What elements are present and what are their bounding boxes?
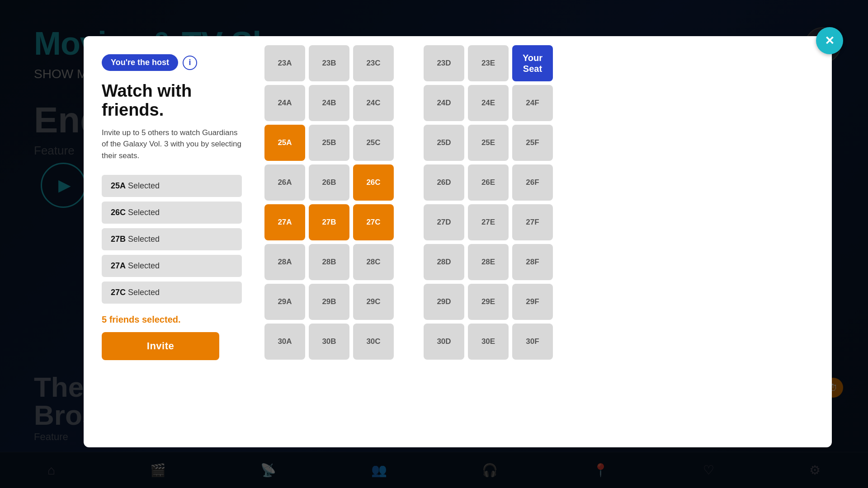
seat-group-right-25: 25D 25E 25F	[424, 125, 553, 161]
seat-27A[interactable]: 27A	[264, 204, 305, 240]
seat-29B[interactable]: 29B	[309, 284, 349, 320]
seat-29D[interactable]: 29D	[424, 284, 464, 320]
seat-group-left-28: 28A 28B 28C	[264, 244, 394, 280]
seat-23D[interactable]: 23D	[424, 45, 464, 81]
seat-30C[interactable]: 30C	[353, 324, 394, 360]
seat-24F[interactable]: 24F	[512, 85, 553, 121]
seat-24D[interactable]: 24D	[424, 85, 464, 121]
seat-25F[interactable]: 25F	[512, 125, 553, 161]
seat-28E[interactable]: 28E	[468, 244, 509, 280]
seat-30D[interactable]: 30D	[424, 324, 464, 360]
seat-row-23: 23A 23B 23C 23D 23E YourSeat	[264, 45, 818, 81]
list-item: 26C Selected	[102, 202, 242, 224]
seat-28B[interactable]: 28B	[309, 244, 349, 280]
seat-group-left-27: 27A 27B 27C	[264, 204, 394, 240]
seat-group-right-27: 27D 27E 27F	[424, 204, 553, 240]
seat-group-right-29: 29D 29E 29F	[424, 284, 553, 320]
seat-row-25: 25A 25B 25C 25D 25E 25F	[264, 125, 818, 161]
seat-28C[interactable]: 28C	[353, 244, 394, 280]
seat-row-27: 27A 27B 27C 27D 27E 27F	[264, 204, 818, 240]
host-badge-container: You're the host i	[102, 54, 242, 71]
seat-25E[interactable]: 25E	[468, 125, 509, 161]
seat-row-29: 29A 29B 29C 29D 29E 29F	[264, 284, 818, 320]
list-item: 27A Selected	[102, 255, 242, 277]
watch-party-modal: You're the host i Watch with friends. In…	[84, 36, 832, 447]
seat-28A[interactable]: 28A	[264, 244, 305, 280]
watch-title: Watch with friends.	[102, 82, 242, 120]
seat-group-left-26: 26A 26B 26C	[264, 164, 394, 201]
seat-group-left-29: 29A 29B 29C	[264, 284, 394, 320]
list-item: 27B Selected	[102, 228, 242, 250]
seat-27D[interactable]: 27D	[424, 204, 464, 240]
seat-29C[interactable]: 29C	[353, 284, 394, 320]
seat-25C[interactable]: 25C	[353, 125, 394, 161]
list-item: 25A Selected	[102, 175, 242, 197]
seat-grid: 23A 23B 23C 23D 23E YourSeat 24A 24B 24C	[264, 45, 818, 360]
seat-28F[interactable]: 28F	[512, 244, 553, 280]
seat-24B[interactable]: 24B	[309, 85, 349, 121]
seat-23E[interactable]: 23E	[468, 45, 509, 81]
seat-24A[interactable]: 24A	[264, 85, 305, 121]
seat-group-right-28: 28D 28E 28F	[424, 244, 553, 280]
seat-25A[interactable]: 25A	[264, 125, 305, 161]
seat-row-30: 30A 30B 30C 30D 30E 30F	[264, 324, 818, 360]
seat-29A[interactable]: 29A	[264, 284, 305, 320]
seat-25B[interactable]: 25B	[309, 125, 349, 161]
seat-30B[interactable]: 30B	[309, 324, 349, 360]
seat-row-24: 24A 24B 24C 24D 24E 24F	[264, 85, 818, 121]
seat-28D[interactable]: 28D	[424, 244, 464, 280]
seat-26C[interactable]: 26C	[353, 164, 394, 201]
seat-grid-panel: 23A 23B 23C 23D 23E YourSeat 24A 24B 24C	[260, 36, 832, 447]
seat-24E[interactable]: 24E	[468, 85, 509, 121]
seat-group-left-30: 30A 30B 30C	[264, 324, 394, 360]
close-button[interactable]	[816, 27, 843, 54]
host-badge-button[interactable]: You're the host	[102, 54, 178, 71]
seat-your: YourSeat	[512, 45, 553, 81]
seat-row-28: 28A 28B 28C 28D 28E 28F	[264, 244, 818, 280]
seat-26B[interactable]: 26B	[309, 164, 349, 201]
seat-30A[interactable]: 30A	[264, 324, 305, 360]
seat-24C[interactable]: 24C	[353, 85, 394, 121]
seat-29F[interactable]: 29F	[512, 284, 553, 320]
seat-group-right-24: 24D 24E 24F	[424, 85, 553, 121]
selected-seats-list: 25A Selected 26C Selected 27B Selected 2…	[102, 175, 242, 304]
seat-group-left-23: 23A 23B 23C	[264, 45, 394, 81]
seat-row-26: 26A 26B 26C 26D 26E 26F	[264, 164, 818, 201]
seat-group-left-25: 25A 25B 25C	[264, 125, 394, 161]
seat-group-left-24: 24A 24B 24C	[264, 85, 394, 121]
seat-30F[interactable]: 30F	[512, 324, 553, 360]
seat-26A[interactable]: 26A	[264, 164, 305, 201]
seat-group-right-26: 26D 26E 26F	[424, 164, 553, 201]
seat-26D[interactable]: 26D	[424, 164, 464, 201]
seat-27C[interactable]: 27C	[353, 204, 394, 240]
seat-27E[interactable]: 27E	[468, 204, 509, 240]
seat-23B[interactable]: 23B	[309, 45, 349, 81]
watch-description: Invite up to 5 others to watch Guardians…	[102, 127, 242, 162]
info-icon[interactable]: i	[183, 56, 197, 70]
list-item: 27C Selected	[102, 282, 242, 304]
seat-27F[interactable]: 27F	[512, 204, 553, 240]
seat-27B[interactable]: 27B	[309, 204, 349, 240]
seat-25D[interactable]: 25D	[424, 125, 464, 161]
friends-count-label: 5 friends selected.	[102, 314, 242, 325]
seat-29E[interactable]: 29E	[468, 284, 509, 320]
seat-26F[interactable]: 26F	[512, 164, 553, 201]
seat-30E[interactable]: 30E	[468, 324, 509, 360]
seat-23C[interactable]: 23C	[353, 45, 394, 81]
invite-button[interactable]: Invite	[102, 332, 219, 360]
left-panel: You're the host i Watch with friends. In…	[84, 36, 260, 447]
seat-26E[interactable]: 26E	[468, 164, 509, 201]
seat-group-right-23: 23D 23E YourSeat	[424, 45, 553, 81]
seat-group-right-30: 30D 30E 30F	[424, 324, 553, 360]
seat-23A[interactable]: 23A	[264, 45, 305, 81]
